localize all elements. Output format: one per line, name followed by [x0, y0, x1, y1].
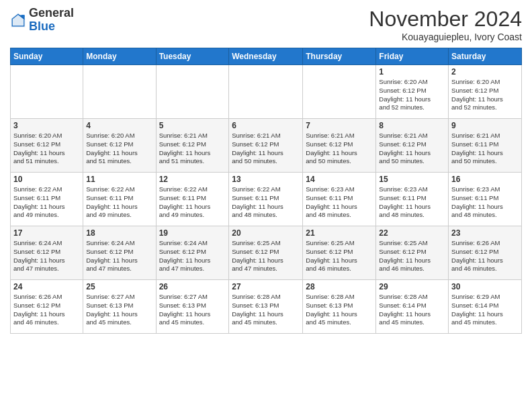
day-info: Sunrise: 6:28 AM Sunset: 6:13 PM Dayligh… — [232, 293, 300, 327]
day-info: Sunrise: 6:23 AM Sunset: 6:11 PM Dayligh… — [379, 185, 445, 220]
calendar-cell-w2-d1: 11Sunrise: 6:22 AM Sunset: 6:11 PM Dayli… — [83, 173, 156, 226]
calendar-cell-w1-d6: 9Sunrise: 6:21 AM Sunset: 6:11 PM Daylig… — [449, 119, 522, 173]
day-info: Sunrise: 6:21 AM Sunset: 6:11 PM Dayligh… — [451, 132, 519, 166]
calendar-cell-w1-d0: 3Sunrise: 6:20 AM Sunset: 6:12 PM Daylig… — [11, 119, 83, 173]
day-number: 4 — [86, 121, 152, 130]
day-number: 21 — [306, 228, 373, 238]
day-info: Sunrise: 6:26 AM Sunset: 6:12 PM Dayligh… — [451, 239, 519, 273]
calendar-cell-w2-d3: 13Sunrise: 6:22 AM Sunset: 6:11 PM Dayli… — [229, 173, 303, 226]
calendar-cell-w2-d4: 14Sunrise: 6:23 AM Sunset: 6:11 PM Dayli… — [303, 173, 376, 226]
calendar-cell-w2-d6: 16Sunrise: 6:23 AM Sunset: 6:11 PM Dayli… — [449, 173, 522, 226]
day-info: Sunrise: 6:22 AM Sunset: 6:11 PM Dayligh… — [232, 185, 300, 220]
day-info: Sunrise: 6:27 AM Sunset: 6:13 PM Dayligh… — [159, 293, 226, 327]
day-info: Sunrise: 6:20 AM Sunset: 6:12 PM Dayligh… — [13, 132, 80, 166]
day-number: 9 — [451, 121, 519, 130]
calendar-cell-w4-d1: 25Sunrise: 6:27 AM Sunset: 6:13 PM Dayli… — [83, 280, 156, 334]
day-info: Sunrise: 6:28 AM Sunset: 6:14 PM Dayligh… — [379, 293, 445, 327]
day-number: 27 — [232, 282, 300, 291]
calendar-cell-w3-d0: 17Sunrise: 6:24 AM Sunset: 6:12 PM Dayli… — [11, 226, 83, 280]
header-monday: Monday — [83, 48, 156, 65]
day-number: 11 — [86, 175, 152, 184]
weekday-header-row: Sunday Monday Tuesday Wednesday Thursday… — [11, 48, 522, 65]
day-info: Sunrise: 6:27 AM Sunset: 6:13 PM Dayligh… — [86, 293, 152, 327]
day-number: 22 — [379, 228, 445, 238]
day-number: 30 — [451, 282, 519, 291]
day-number: 10 — [13, 175, 80, 184]
calendar-cell-w3-d6: 23Sunrise: 6:26 AM Sunset: 6:12 PM Dayli… — [449, 226, 522, 280]
day-number: 7 — [306, 121, 373, 130]
week-row-1: 3Sunrise: 6:20 AM Sunset: 6:12 PM Daylig… — [11, 119, 522, 173]
day-number: 28 — [306, 282, 373, 291]
logo-text: General Blue — [29, 7, 74, 34]
week-row-4: 24Sunrise: 6:26 AM Sunset: 6:12 PM Dayli… — [11, 280, 522, 334]
calendar-cell-w4-d5: 29Sunrise: 6:28 AM Sunset: 6:14 PM Dayli… — [376, 280, 449, 334]
calendar-cell-w0-d1 — [83, 65, 156, 119]
calendar-cell-w1-d5: 8Sunrise: 6:21 AM Sunset: 6:12 PM Daylig… — [376, 119, 449, 173]
day-number: 5 — [159, 121, 226, 130]
page: General Blue November 2024 Kouayaguieple… — [0, 0, 532, 411]
day-info: Sunrise: 6:25 AM Sunset: 6:12 PM Dayligh… — [232, 239, 300, 273]
day-number: 24 — [13, 282, 80, 291]
header: General Blue November 2024 Kouayaguieple… — [10, 7, 522, 42]
header-wednesday: Wednesday — [229, 48, 303, 65]
day-info: Sunrise: 6:26 AM Sunset: 6:12 PM Dayligh… — [13, 293, 80, 327]
day-number: 26 — [159, 282, 226, 291]
day-info: Sunrise: 6:21 AM Sunset: 6:12 PM Dayligh… — [306, 132, 373, 166]
day-number: 23 — [451, 228, 519, 238]
day-info: Sunrise: 6:24 AM Sunset: 6:12 PM Dayligh… — [13, 239, 80, 273]
header-saturday: Saturday — [449, 48, 522, 65]
logo: General Blue — [10, 7, 74, 34]
day-info: Sunrise: 6:22 AM Sunset: 6:11 PM Dayligh… — [86, 185, 152, 220]
calendar-cell-w3-d1: 18Sunrise: 6:24 AM Sunset: 6:12 PM Dayli… — [83, 226, 156, 280]
calendar-cell-w2-d2: 12Sunrise: 6:22 AM Sunset: 6:11 PM Dayli… — [156, 173, 229, 226]
day-number: 3 — [13, 121, 80, 130]
day-number: 18 — [86, 228, 152, 238]
month-title: November 2024 — [369, 7, 522, 32]
calendar-cell-w1-d1: 4Sunrise: 6:20 AM Sunset: 6:12 PM Daylig… — [83, 119, 156, 173]
day-info: Sunrise: 6:23 AM Sunset: 6:11 PM Dayligh… — [306, 185, 373, 220]
calendar-cell-w3-d5: 22Sunrise: 6:25 AM Sunset: 6:12 PM Dayli… — [376, 226, 449, 280]
day-info: Sunrise: 6:22 AM Sunset: 6:11 PM Dayligh… — [159, 185, 226, 220]
calendar-cell-w0-d2 — [156, 65, 229, 119]
day-number: 6 — [232, 121, 300, 130]
day-number: 14 — [306, 175, 373, 184]
header-tuesday: Tuesday — [156, 48, 229, 65]
day-number: 19 — [159, 228, 226, 238]
day-number: 12 — [159, 175, 226, 184]
day-number: 8 — [379, 121, 445, 130]
day-info: Sunrise: 6:28 AM Sunset: 6:13 PM Dayligh… — [306, 293, 373, 327]
day-number: 16 — [451, 175, 519, 184]
calendar-cell-w1-d4: 7Sunrise: 6:21 AM Sunset: 6:12 PM Daylig… — [303, 119, 376, 173]
logo-blue: Blue — [29, 19, 55, 33]
calendar: Sunday Monday Tuesday Wednesday Thursday… — [10, 48, 522, 334]
day-info: Sunrise: 6:20 AM Sunset: 6:12 PM Dayligh… — [379, 78, 445, 112]
calendar-cell-w1-d3: 6Sunrise: 6:21 AM Sunset: 6:12 PM Daylig… — [229, 119, 303, 173]
day-number: 29 — [379, 282, 445, 291]
location: Kouayaguiepleu, Ivory Coast — [369, 32, 522, 42]
day-info: Sunrise: 6:21 AM Sunset: 6:12 PM Dayligh… — [232, 132, 300, 166]
day-info: Sunrise: 6:21 AM Sunset: 6:12 PM Dayligh… — [159, 132, 226, 166]
day-info: Sunrise: 6:20 AM Sunset: 6:12 PM Dayligh… — [86, 132, 152, 166]
day-info: Sunrise: 6:20 AM Sunset: 6:12 PM Dayligh… — [451, 78, 519, 112]
calendar-cell-w0-d6: 2Sunrise: 6:20 AM Sunset: 6:12 PM Daylig… — [449, 65, 522, 119]
calendar-cell-w4-d6: 30Sunrise: 6:29 AM Sunset: 6:14 PM Dayli… — [449, 280, 522, 334]
logo-general: General — [29, 6, 74, 19]
title-block: November 2024 Kouayaguiepleu, Ivory Coas… — [369, 7, 522, 42]
day-info: Sunrise: 6:25 AM Sunset: 6:12 PM Dayligh… — [379, 239, 445, 273]
day-info: Sunrise: 6:25 AM Sunset: 6:12 PM Dayligh… — [306, 239, 373, 273]
week-row-0: 1Sunrise: 6:20 AM Sunset: 6:12 PM Daylig… — [11, 65, 522, 119]
calendar-cell-w3-d2: 19Sunrise: 6:24 AM Sunset: 6:12 PM Dayli… — [156, 226, 229, 280]
day-number: 1 — [379, 67, 445, 77]
day-number: 13 — [232, 175, 300, 184]
logo-icon — [10, 12, 26, 28]
calendar-cell-w0-d5: 1Sunrise: 6:20 AM Sunset: 6:12 PM Daylig… — [376, 65, 449, 119]
day-info: Sunrise: 6:21 AM Sunset: 6:12 PM Dayligh… — [379, 132, 445, 166]
day-info: Sunrise: 6:24 AM Sunset: 6:12 PM Dayligh… — [86, 239, 152, 273]
calendar-cell-w4-d0: 24Sunrise: 6:26 AM Sunset: 6:12 PM Dayli… — [11, 280, 83, 334]
calendar-cell-w4-d4: 28Sunrise: 6:28 AM Sunset: 6:13 PM Dayli… — [303, 280, 376, 334]
calendar-cell-w2-d5: 15Sunrise: 6:23 AM Sunset: 6:11 PM Dayli… — [376, 173, 449, 226]
day-info: Sunrise: 6:29 AM Sunset: 6:14 PM Dayligh… — [451, 293, 519, 327]
day-info: Sunrise: 6:22 AM Sunset: 6:11 PM Dayligh… — [13, 185, 80, 220]
calendar-cell-w3-d4: 21Sunrise: 6:25 AM Sunset: 6:12 PM Dayli… — [303, 226, 376, 280]
calendar-cell-w4-d3: 27Sunrise: 6:28 AM Sunset: 6:13 PM Dayli… — [229, 280, 303, 334]
